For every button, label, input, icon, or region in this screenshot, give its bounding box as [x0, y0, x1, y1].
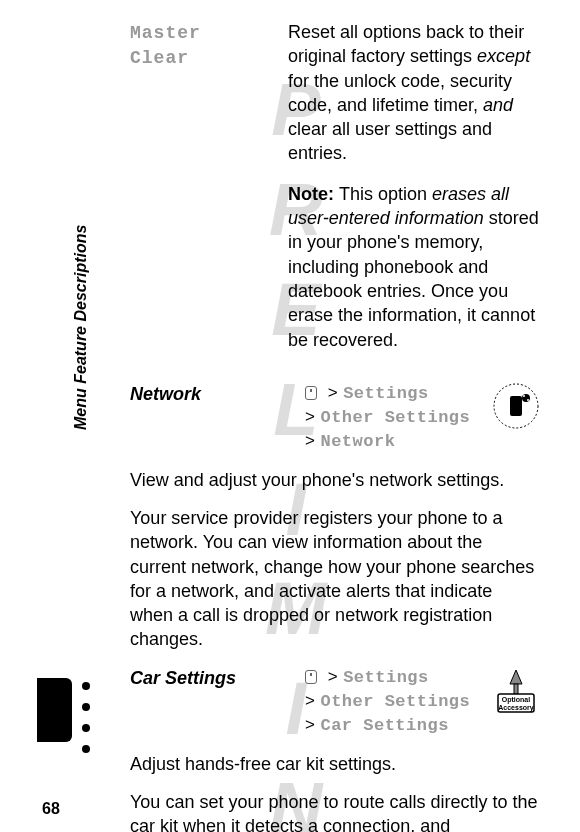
- menu-icon: [305, 670, 317, 684]
- svg-point-2: [522, 394, 530, 402]
- text: stored in your phone's memory, including…: [288, 208, 539, 349]
- bc-settings: Settings: [343, 384, 429, 403]
- chevron: >: [305, 715, 320, 734]
- note-label: Note:: [288, 184, 339, 204]
- svg-rect-1: [510, 396, 522, 416]
- chevron: >: [305, 691, 320, 710]
- car-heading: Car Settings >Settings >Other Settings >…: [130, 666, 540, 738]
- chevron: >: [328, 383, 343, 402]
- network-heading: Network >Settings >Other Settings >Netwo…: [130, 382, 540, 454]
- optional-accessory-badge-icon: Optional Accessory: [492, 666, 540, 714]
- bc-network: Network: [320, 432, 395, 451]
- network-para-2: Your service provider registers your pho…: [130, 506, 540, 652]
- network-dependent-badge-icon: [492, 382, 540, 430]
- network-title: Network: [130, 382, 295, 406]
- text-italic: except: [477, 46, 530, 66]
- network-para-1: View and adjust your phone's network set…: [130, 468, 540, 492]
- car-para-1: Adjust hands-free car kit settings.: [130, 752, 540, 776]
- text: for the unlock code, security code, and …: [288, 71, 512, 115]
- text: This option: [339, 184, 432, 204]
- chevron: >: [305, 407, 320, 426]
- page-content: Master Clear Reset all options back to t…: [0, 0, 580, 832]
- car-title: Car Settings: [130, 666, 295, 690]
- master-clear-row: Master Clear Reset all options back to t…: [130, 20, 540, 368]
- network-breadcrumb: >Settings >Other Settings >Network: [305, 382, 482, 454]
- svg-rect-5: [514, 684, 518, 694]
- svg-point-4: [527, 399, 529, 401]
- text-italic: and: [483, 95, 513, 115]
- chevron: >: [328, 667, 343, 686]
- svg-text:Accessory: Accessory: [498, 704, 534, 712]
- svg-point-3: [523, 395, 525, 397]
- chevron: >: [305, 431, 320, 450]
- text: clear all user settings and entries.: [288, 119, 492, 163]
- car-breadcrumb: >Settings >Other Settings >Car Settings: [305, 666, 482, 738]
- master-clear-note: Note: This option erases all user-entere…: [288, 182, 540, 352]
- master-clear-label: Master Clear: [130, 23, 201, 68]
- master-clear-desc: Reset all options back to their original…: [288, 20, 540, 166]
- svg-text:Optional: Optional: [502, 696, 530, 704]
- bc-settings: Settings: [343, 668, 429, 687]
- bc-other-settings: Other Settings: [320, 692, 470, 711]
- car-para-2: You can set your phone to route calls di…: [130, 790, 540, 832]
- bc-car-settings: Car Settings: [320, 716, 448, 735]
- menu-icon: [305, 386, 317, 400]
- bc-other-settings: Other Settings: [320, 408, 470, 427]
